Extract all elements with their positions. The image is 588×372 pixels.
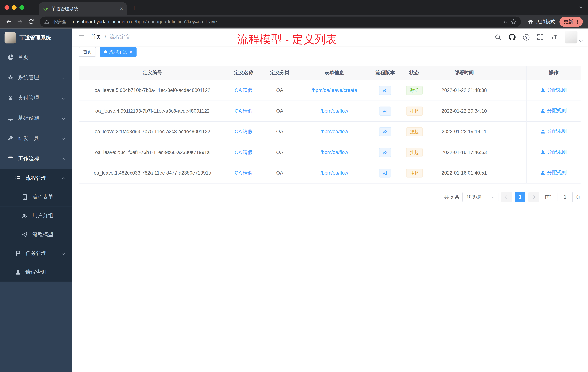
next-page-button[interactable] xyxy=(528,192,539,202)
page-size-select[interactable]: 10条/页 xyxy=(462,192,498,202)
assign-rule-button[interactable]: 分配规则 xyxy=(540,87,567,94)
breadcrumb-home[interactable]: 首页 xyxy=(91,34,101,41)
definition-name-link[interactable]: OA 请假 xyxy=(235,129,252,134)
col-status: 状态 xyxy=(399,66,429,80)
form-link[interactable]: /bpm/oa/flow xyxy=(321,149,348,155)
avatar[interactable] xyxy=(565,31,578,44)
sidebar-menu: 首页 系统管理 支付管理 基础设施 xyxy=(0,47,72,282)
reload-button[interactable] xyxy=(26,17,36,27)
browser-tab[interactable]: 芋道管理系统 xyxy=(39,2,127,15)
tag-close-icon[interactable] xyxy=(129,49,132,54)
minimize-window-button[interactable] xyxy=(12,5,17,10)
fullscreen-icon[interactable] xyxy=(537,34,544,41)
sidebar-item-leave-query[interactable]: 请假查询 xyxy=(0,263,72,282)
github-icon[interactable] xyxy=(509,34,516,41)
sidebar-item-user-group[interactable]: 用户分组 xyxy=(0,206,72,225)
definition-name-link[interactable]: OA 请假 xyxy=(235,149,252,155)
status-tag: 挂起 xyxy=(406,148,422,157)
sidebar-item-label: 研发工具 xyxy=(18,135,39,142)
new-tab-button[interactable] xyxy=(132,4,136,11)
bookmark-star-icon[interactable] xyxy=(511,19,516,25)
kebab-menu-icon[interactable] xyxy=(577,21,578,22)
sidebar-item-system-mgmt[interactable]: 系统管理 xyxy=(0,67,72,88)
col-category: 定义分类 xyxy=(262,66,297,80)
sidebar-item-task-mgmt[interactable]: 任务管理 xyxy=(0,244,72,263)
hamburger-icon[interactable] xyxy=(72,29,91,46)
help-icon[interactable] xyxy=(523,34,529,40)
deploy-time: 2022-01-16 01:40:51 xyxy=(441,170,487,176)
sidebar-item-process-form[interactable]: 流程表单 xyxy=(0,188,72,206)
tag-home[interactable]: 首页 xyxy=(79,47,96,57)
address-bar[interactable]: 不安全 dashboard.yudao.iocoder.cn/bpm/manag… xyxy=(40,17,521,27)
goto-label: 前往 xyxy=(545,194,555,200)
chevron-up-icon xyxy=(62,177,65,181)
sidebar-item-payment-mgmt[interactable]: 支付管理 xyxy=(0,88,72,108)
status-tag: 挂起 xyxy=(406,127,422,136)
sidebar-item-infrastructure[interactable]: 基础设施 xyxy=(0,108,72,128)
user-icon xyxy=(540,170,545,175)
form-link[interactable]: /bpm/oa/flow xyxy=(321,108,348,114)
deploy-time: 2022-01-22 21:48:38 xyxy=(441,88,487,93)
form-link[interactable]: /bpm/oa/flow xyxy=(321,170,348,176)
tool-icon xyxy=(8,136,13,142)
assign-rule-button[interactable]: 分配规则 xyxy=(540,128,567,135)
person-icon xyxy=(15,269,21,275)
table-row: oa_leave:5:004b710b-7b8a-11ec-8ef0-acde4… xyxy=(79,80,580,100)
user-menu[interactable] xyxy=(565,31,582,44)
pagination: 共 5 条 10条/页 1 前往 页 xyxy=(79,192,580,202)
col-actions: 操作 xyxy=(526,66,580,80)
status-tag: 挂起 xyxy=(406,107,422,116)
form-link[interactable]: /bpm/oa/flow xyxy=(321,129,348,134)
sidebar-item-workflow[interactable]: 工作流程 xyxy=(0,149,72,169)
sidebar-item-process-mgmt[interactable]: 流程管理 xyxy=(0,169,72,188)
definition-name-link[interactable]: OA 请假 xyxy=(235,170,252,175)
chevron-up-icon xyxy=(62,158,65,161)
page-number-button[interactable]: 1 xyxy=(515,192,525,202)
user-icon xyxy=(540,150,545,154)
user-icon xyxy=(540,88,545,93)
font-size-icon[interactable] xyxy=(551,34,557,40)
col-version: 流程版本 xyxy=(371,66,399,80)
user-group-icon xyxy=(22,213,28,219)
definition-id: oa_leave:5:004b710b-7b8a-11ec-8ef0-acde4… xyxy=(94,88,210,93)
screenshot-root: 芋道管理系统 不安全 dashboard.yudao.iocoder.cn/bp… xyxy=(0,0,588,372)
forward-button[interactable] xyxy=(15,17,25,27)
app-logo[interactable]: 芋道管理系统 xyxy=(0,29,72,47)
status-tag: 挂起 xyxy=(406,168,422,177)
sidebar-item-dev-tools[interactable]: 研发工具 xyxy=(0,128,72,149)
gear-icon xyxy=(8,75,13,81)
assign-rule-button[interactable]: 分配规则 xyxy=(540,107,567,114)
prev-page-button[interactable] xyxy=(502,192,512,202)
definition-id: oa_leave:4:991f2193-7b7f-11ec-a3c8-acde4… xyxy=(95,108,210,114)
chevron-right-icon xyxy=(532,195,535,198)
sidebar-item-home[interactable]: 首页 xyxy=(0,47,72,67)
sidebar-item-label: 系统管理 xyxy=(18,74,39,81)
definition-id: oa_leave:1:482ec033-762a-11ec-8477-a2380… xyxy=(94,170,211,176)
zoom-window-button[interactable] xyxy=(20,5,24,10)
tab-search-icon[interactable] xyxy=(579,5,583,8)
briefcase-icon xyxy=(8,156,13,162)
assign-rule-button[interactable]: 分配规则 xyxy=(540,149,567,155)
key-icon[interactable] xyxy=(502,19,508,25)
security-warning-icon xyxy=(44,19,50,24)
definition-name-link[interactable]: OA 请假 xyxy=(235,87,252,93)
assign-rule-button[interactable]: 分配规则 xyxy=(540,169,567,176)
app-header: 首页 流程定义 xyxy=(72,29,588,46)
close-window-button[interactable] xyxy=(5,5,9,10)
goto-page-input[interactable] xyxy=(558,192,573,202)
tab-close-icon[interactable] xyxy=(120,6,123,11)
sidebar-item-label: 任务管理 xyxy=(25,250,47,257)
tag-process-definition[interactable]: 流程定义 xyxy=(100,47,136,57)
definition-name-link[interactable]: OA 请假 xyxy=(235,108,252,114)
col-definition-id: 定义编号 xyxy=(79,66,225,80)
sidebar-item-label: 首页 xyxy=(18,54,29,61)
chevron-down-icon[interactable] xyxy=(579,39,583,42)
sidebar-item-label: 基础设施 xyxy=(18,115,39,121)
search-icon[interactable] xyxy=(495,34,502,41)
sidebar-item-process-model[interactable]: 流程模型 xyxy=(0,225,72,244)
form-link[interactable]: /bpm/oa/leave/create xyxy=(311,88,357,93)
update-button[interactable]: 更新 xyxy=(559,17,583,27)
definition-id: oa_leave:3:1fad3d93-7b75-11ec-a3c8-acde4… xyxy=(95,129,210,134)
back-button[interactable] xyxy=(4,17,14,27)
sidebar-item-label: 流程管理 xyxy=(25,175,47,182)
